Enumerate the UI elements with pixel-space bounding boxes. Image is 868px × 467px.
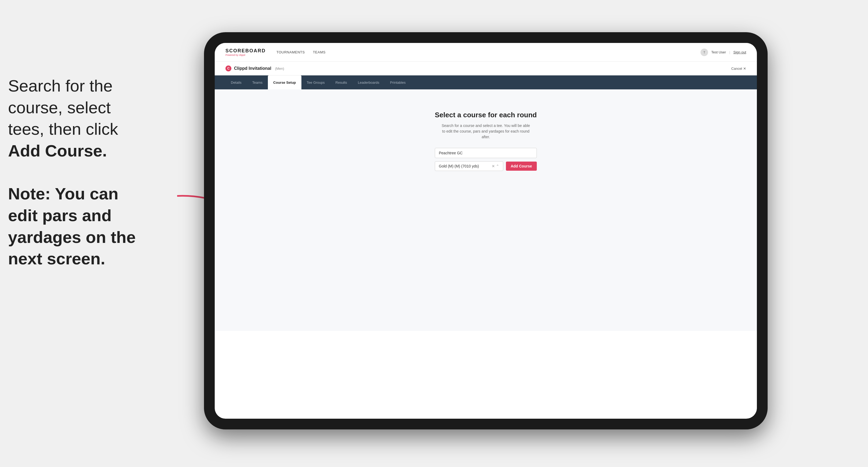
instruction-note-text: Note: You canedit pars andyardages on th…: [8, 183, 164, 270]
add-course-button[interactable]: Add Course: [506, 162, 537, 171]
tablet-device: SCOREBOARD Powered by clippd TOURNAMENTS…: [204, 32, 768, 429]
app-header-left: SCOREBOARD Powered by clippd TOURNAMENTS…: [225, 48, 326, 56]
instruction-panel: Search for thecourse, selecttees, then c…: [8, 75, 164, 270]
course-search-input[interactable]: [435, 148, 537, 158]
separator: |: [729, 50, 730, 54]
logo-area: SCOREBOARD Powered by clippd: [225, 48, 266, 56]
instruction-bold: Add Course.: [8, 142, 107, 160]
tab-results[interactable]: Results: [330, 75, 352, 89]
tab-course-setup[interactable]: Course Setup: [268, 75, 302, 89]
tee-select-text: Gold (M) (M) (7010 yds): [439, 164, 492, 168]
logo-title: SCOREBOARD: [225, 48, 266, 54]
user-avatar: T: [701, 49, 708, 56]
tournament-subtitle: (Men): [275, 67, 284, 70]
tab-leaderboards[interactable]: Leaderboards: [352, 75, 384, 89]
tee-select-row: Gold (M) (M) (7010 yds) ✕ ⌃ Add Course: [435, 161, 537, 171]
cancel-icon: ✕: [743, 67, 746, 70]
instruction-main-text: Search for thecourse, selecttees, then c…: [8, 75, 164, 162]
tournament-header: C Clippd Invitational (Men) Cancel ✕: [215, 62, 757, 75]
clear-icon[interactable]: ✕: [492, 164, 495, 168]
section-title: Select a course for each round: [435, 111, 537, 119]
tournament-title: Clippd Invitational: [234, 66, 271, 71]
nav-tournaments[interactable]: TOURNAMENTS: [276, 50, 305, 54]
cancel-button[interactable]: Cancel ✕: [732, 67, 746, 70]
cancel-label: Cancel: [732, 67, 742, 70]
tab-teams[interactable]: Teams: [247, 75, 268, 89]
chevron-icon: ⌃: [496, 164, 499, 168]
sign-out-link[interactable]: Sign out: [733, 50, 746, 54]
tee-select-wrapper[interactable]: Gold (M) (M) (7010 yds) ✕ ⌃: [435, 161, 503, 171]
tee-select-controls: ✕ ⌃: [492, 164, 499, 168]
tab-details[interactable]: Details: [225, 75, 247, 89]
tablet-screen: SCOREBOARD Powered by clippd TOURNAMENTS…: [215, 43, 757, 419]
tab-tee-groups[interactable]: Tee Groups: [302, 75, 330, 89]
user-name: Test User: [711, 50, 726, 54]
section-description: Search for a course and select a tee. Yo…: [440, 123, 531, 140]
logo-sub: Powered by clippd: [225, 54, 266, 56]
nav-links: TOURNAMENTS TEAMS: [276, 50, 326, 54]
main-content: Select a course for each round Search fo…: [215, 89, 757, 331]
tab-printables[interactable]: Printables: [384, 75, 411, 89]
course-form: Gold (M) (M) (7010 yds) ✕ ⌃ Add Course: [435, 148, 537, 171]
tournament-title-area: C Clippd Invitational (Men): [225, 65, 284, 71]
nav-teams[interactable]: TEAMS: [313, 50, 326, 54]
tournament-icon: C: [225, 65, 231, 71]
app-header-right: T Test User | Sign out: [701, 49, 746, 56]
tab-navigation: Details Teams Course Setup Tee Groups Re…: [215, 75, 757, 89]
app-header: SCOREBOARD Powered by clippd TOURNAMENTS…: [215, 43, 757, 62]
